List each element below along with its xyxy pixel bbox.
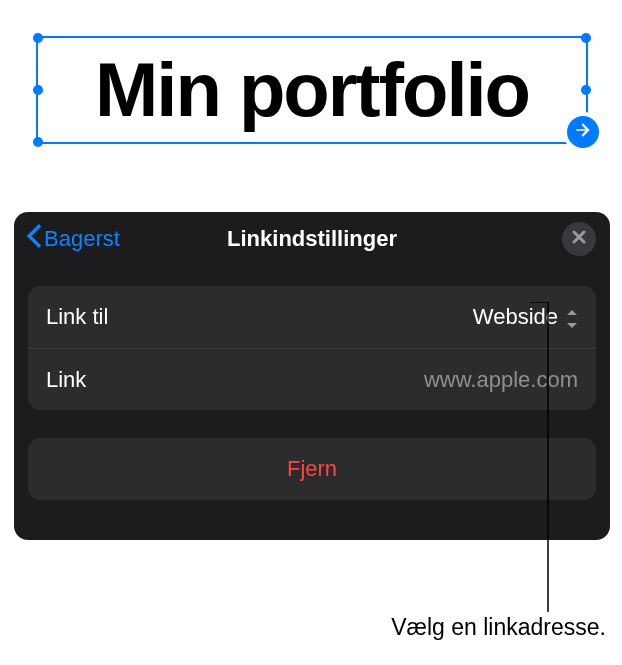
textbox-content: Min portfolio	[95, 52, 529, 128]
resize-handle-tl[interactable]	[33, 33, 43, 43]
link-to-row[interactable]: Link til Webside	[28, 286, 596, 348]
link-url-placeholder: www.apple.com	[424, 367, 578, 393]
arrow-forward-icon	[573, 120, 593, 144]
resize-handle-bl[interactable]	[33, 137, 43, 147]
resize-handle-tr[interactable]	[581, 33, 591, 43]
link-url-label: Link	[46, 367, 86, 393]
panel-body: Link til Webside Link www.apple.com Fjer…	[14, 266, 610, 500]
settings-list: Link til Webside Link www.apple.com	[28, 286, 596, 410]
link-to-value-text: Webside	[473, 304, 558, 330]
resize-handle-mr[interactable]	[581, 85, 591, 95]
selected-text-frame[interactable]: Min portfolio	[36, 36, 588, 144]
link-settings-panel: Bagerst Linkindstillinger Link til Websi…	[14, 212, 610, 540]
back-button[interactable]: Bagerst	[26, 224, 120, 254]
link-url-row[interactable]: Link www.apple.com	[28, 348, 596, 410]
close-icon	[572, 230, 586, 248]
remove-label: Fjern	[287, 456, 337, 482]
panel-header: Bagerst Linkindstillinger	[14, 212, 610, 266]
callout-text: Vælg en linkadresse.	[391, 614, 606, 641]
panel-title: Linkindstillinger	[227, 226, 397, 252]
resize-handle-ml[interactable]	[33, 85, 43, 95]
close-button[interactable]	[562, 222, 596, 256]
link-indicator-badge[interactable]	[563, 112, 603, 152]
link-to-label: Link til	[46, 304, 108, 330]
updown-chevron-icon	[566, 308, 578, 326]
back-label: Bagerst	[44, 226, 120, 252]
link-to-value: Webside	[473, 304, 578, 330]
chevron-left-icon	[26, 224, 42, 254]
remove-button[interactable]: Fjern	[28, 438, 596, 500]
